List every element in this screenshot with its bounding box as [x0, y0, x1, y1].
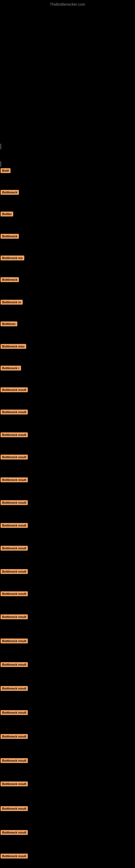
bottleneck-badge-18[interactable]: Bottleneck result — [1, 546, 28, 551]
bottleneck-badge-11[interactable]: Bottleneck result — [1, 388, 28, 392]
bottleneck-badge-6[interactable]: Bottleneck — [1, 277, 19, 282]
bottleneck-badge-10[interactable]: Bottleneck r — [1, 366, 21, 371]
bottleneck-badge-31[interactable]: Bottleneck result — [1, 854, 28, 859]
bottleneck-badge-29[interactable]: Bottleneck result — [1, 806, 28, 811]
cursor-line-2 — [1, 161, 1, 167]
bottleneck-badge-21[interactable]: Bottleneck result — [1, 614, 28, 619]
bottleneck-badge-9[interactable]: Bottleneck resu — [1, 344, 26, 349]
bottleneck-badge-28[interactable]: Bottleneck result — [1, 781, 28, 786]
bottleneck-badge-27[interactable]: Bottleneck result — [1, 758, 28, 763]
bottleneck-badge-12[interactable]: Bottleneck result — [1, 410, 28, 414]
bottleneck-badge-25[interactable]: Bottleneck result — [1, 710, 28, 715]
bottleneck-badge-23[interactable]: Bottleneck result — [1, 662, 28, 667]
bottleneck-badge-14[interactable]: Bottleneck result — [1, 455, 28, 460]
bottleneck-badge-1[interactable]: Bottl — [1, 168, 10, 173]
bottleneck-badge-19[interactable]: Bottleneck result — [1, 569, 28, 574]
bottleneck-badge-30[interactable]: Bottleneck result — [1, 830, 28, 835]
bottleneck-badge-13[interactable]: Bottleneck result — [1, 432, 28, 437]
bottleneck-badge-26[interactable]: Bottleneck result — [1, 734, 28, 739]
bottleneck-badge-16[interactable]: Bottleneck result — [1, 500, 28, 505]
bottleneck-badge-15[interactable]: Bottleneck result — [1, 477, 28, 482]
bottleneck-badge-20[interactable]: Bottleneck result — [1, 591, 28, 596]
bottleneck-badge-7[interactable]: Bottleneck re — [1, 300, 23, 305]
bottleneck-badge-24[interactable]: Bottleneck result — [1, 686, 28, 691]
bottleneck-badge-5[interactable]: Bottleneck res — [1, 255, 24, 260]
site-title: TheBottlenecker.com — [50, 2, 85, 6]
bottleneck-badge-22[interactable]: Bottleneck result — [1, 639, 28, 643]
bottleneck-badge-3[interactable]: Bottler — [1, 212, 13, 216]
bottleneck-badge-8[interactable]: Bottlenec — [1, 321, 17, 326]
cursor-line-1 — [1, 144, 1, 149]
bottleneck-badge-4[interactable]: Bottleneck — [1, 234, 19, 239]
bottleneck-badge-17[interactable]: Bottleneck result — [1, 523, 28, 528]
bottleneck-badge-2[interactable]: Bottleneck — [1, 190, 19, 195]
